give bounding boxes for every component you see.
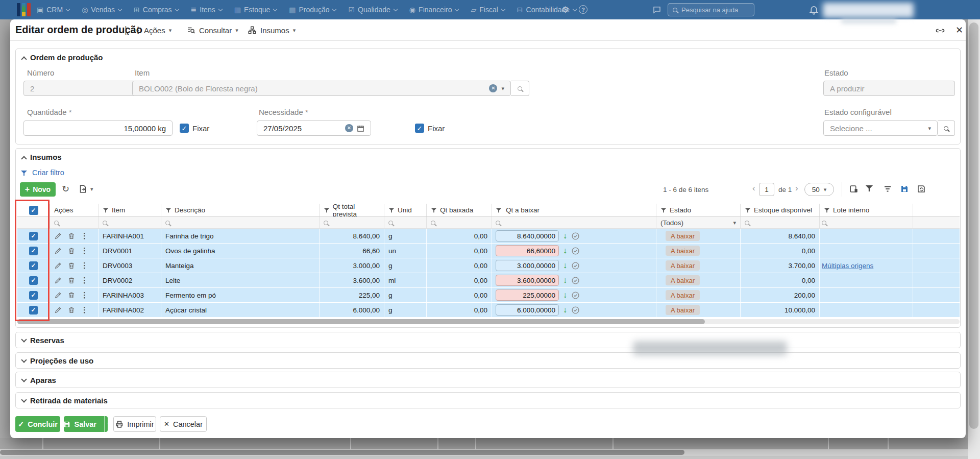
edit-icon[interactable] (54, 306, 62, 314)
select-all-checkbox[interactable]: ✓ (29, 206, 38, 215)
search-icon[interactable] (745, 221, 749, 225)
edit-icon[interactable] (54, 276, 62, 284)
col-descricao[interactable]: Descrição (161, 204, 320, 216)
help-icon[interactable]: ? (579, 5, 587, 14)
help-search-input[interactable]: Pesquisar na ajuda (668, 3, 754, 16)
qt-a-baixar-input[interactable]: 8.640,00000 (496, 230, 559, 241)
criar-filtro-link[interactable]: Criar filtro (32, 168, 64, 177)
section-title[interactable]: Ordem de produção (30, 53, 103, 62)
delete-icon[interactable] (67, 247, 76, 255)
filter-icon[interactable] (866, 184, 872, 194)
menu-item-financeiro[interactable]: ◉Financeiro (409, 6, 459, 14)
col-estado[interactable]: Estado (656, 204, 741, 216)
col-acoes[interactable]: Ações (50, 204, 99, 216)
baixar-arrow-icon[interactable]: ↓ (563, 291, 567, 300)
v-scrollbar-thumb[interactable] (969, 22, 978, 429)
clear-item-icon[interactable]: ✕ (489, 84, 497, 92)
section-aparas[interactable]: Aparas (15, 372, 961, 388)
col-qt-baixada[interactable]: Qt baixada (427, 204, 492, 216)
save-layout-icon[interactable] (900, 184, 909, 194)
edit-icon[interactable] (54, 232, 62, 240)
col-estoque-disponivel[interactable]: Estoque disponível (741, 204, 820, 216)
search-icon[interactable] (324, 221, 328, 225)
page-horizontal-scrollbar[interactable] (0, 449, 980, 456)
qt-a-baixar-input[interactable]: 225,00000 (496, 289, 559, 301)
delete-icon[interactable] (67, 261, 76, 270)
consultar-menu-button[interactable]: Consultar▾ (186, 19, 238, 41)
search-icon[interactable] (103, 221, 107, 225)
insumo-row[interactable]: ✓ ⋮ FARINHA002 Açúcar cristal 6.000,00 g… (17, 303, 960, 318)
item-dropdown-icon[interactable]: ▾ (501, 85, 504, 92)
refresh-icon[interactable]: ↻ (62, 183, 69, 195)
estado-configuravel-search-button[interactable] (938, 120, 955, 136)
insumos-menu-button[interactable]: Insumos▾ (248, 19, 296, 41)
column-filter-icon[interactable] (824, 207, 829, 212)
menu-item-vendas[interactable]: ◎Vendas (82, 6, 121, 14)
necessidade-input[interactable]: 27/05/2025 ✕ (257, 120, 371, 136)
collapse-icon[interactable] (21, 56, 27, 62)
qt-a-baixar-input[interactable]: 3.600,00000 (496, 275, 559, 286)
item-search-button[interactable] (511, 81, 529, 96)
row-checkbox[interactable]: ✓ (29, 261, 38, 270)
column-filter-icon[interactable] (166, 207, 171, 212)
row-menu-icon[interactable]: ⋮ (81, 305, 88, 315)
col-unid[interactable]: Unid (384, 204, 427, 216)
menu-item-itens[interactable]: ≣Itens (191, 6, 222, 14)
expand-icon[interactable] (21, 357, 27, 363)
section-projecoes-de-uso[interactable]: Projeções de uso (15, 352, 961, 369)
section-retirada-de-materiais[interactable]: Retirada de materiais (15, 392, 961, 408)
confirm-baixa-icon[interactable] (571, 232, 580, 240)
export-dropdown-icon[interactable]: ▾ (90, 186, 93, 192)
column-filter-icon[interactable] (103, 207, 108, 212)
search-icon[interactable] (496, 221, 500, 225)
delete-icon[interactable] (67, 306, 76, 314)
calendar-icon[interactable] (357, 125, 364, 132)
section-reservas[interactable]: Reservas (15, 332, 961, 348)
app-logo[interactable] (17, 3, 31, 16)
concluir-button[interactable]: ✓ Concluir (15, 416, 60, 432)
confirm-baixa-icon[interactable] (571, 306, 580, 315)
page-size-select[interactable]: 50 ▾ (804, 183, 834, 196)
insumo-row[interactable]: ✓ ⋮ FARINHA003 Fermento em pó 225,00 g 0… (17, 288, 960, 303)
delete-icon[interactable] (67, 291, 76, 299)
menu-item-fiscal[interactable]: ▱Fiscal (471, 6, 504, 14)
salvar-split-button[interactable]: Salvar ▾ (64, 416, 108, 432)
quantidade-input[interactable]: 15,00000 kg (23, 120, 173, 136)
settings-gear-icon[interactable]: ⚙ (561, 5, 569, 15)
delete-icon[interactable] (67, 276, 76, 284)
row-menu-icon[interactable]: ⋮ (81, 276, 88, 285)
cancelar-button[interactable]: ✕ Cancelar (160, 416, 207, 432)
estado-filter-select[interactable]: (Todos) ▾ (656, 217, 741, 228)
table-h-scrollbar-thumb[interactable] (17, 319, 705, 324)
row-checkbox[interactable]: ✓ (29, 232, 38, 240)
filter-lines-icon[interactable] (883, 184, 892, 194)
edit-icon[interactable] (54, 247, 62, 255)
baixar-arrow-icon[interactable]: ↓ (563, 261, 567, 270)
confirm-baixa-icon[interactable] (571, 276, 580, 285)
multiplas-origens-link[interactable]: Múltiplas origens (822, 262, 873, 270)
search-icon[interactable] (431, 221, 435, 225)
notifications-bell-icon[interactable] (808, 4, 819, 16)
table-horizontal-scrollbar[interactable] (17, 319, 960, 324)
novo-button[interactable]: + Novo (20, 182, 56, 197)
confirm-baixa-icon[interactable] (571, 261, 580, 270)
imprimir-button[interactable]: Imprimir (113, 416, 156, 432)
more-options-icon[interactable]: ⋮ (134, 19, 142, 41)
acoes-menu-button[interactable]: Ações▾ (144, 19, 172, 41)
page-number-input[interactable]: 1 (759, 183, 774, 196)
restore-layout-icon[interactable] (917, 184, 926, 194)
column-filter-icon[interactable] (745, 207, 750, 212)
row-checkbox[interactable]: ✓ (29, 291, 38, 300)
edit-icon[interactable] (54, 291, 62, 299)
row-menu-icon[interactable]: ⋮ (81, 231, 88, 240)
qt-a-baixar-input[interactable]: 66,60000 (496, 245, 559, 256)
row-checkbox[interactable]: ✓ (29, 247, 38, 255)
row-menu-icon[interactable]: ⋮ (81, 261, 88, 270)
next-page-icon[interactable]: › (795, 183, 798, 194)
search-icon[interactable] (388, 221, 393, 225)
collapse-icon[interactable] (21, 156, 27, 161)
insumo-row[interactable]: ✓ ⋮ FARINHA001 Farinha de trigo 8.640,00… (17, 229, 960, 244)
item-field[interactable]: BOLO002 (Bolo de Floresta negra) ✕ ▾ (132, 81, 511, 96)
column-filter-icon[interactable] (496, 207, 501, 212)
close-icon[interactable]: ✕ (955, 25, 963, 36)
